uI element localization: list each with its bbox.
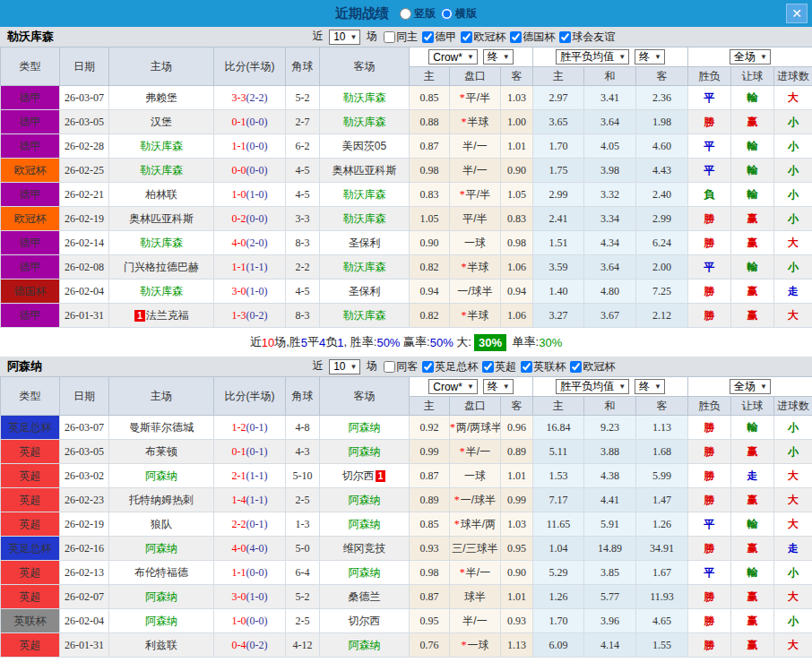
- result-goals: 大: [774, 231, 812, 255]
- checkbox-input[interactable]: [422, 361, 434, 373]
- team-link[interactable]: 布莱顿: [145, 445, 177, 458]
- team-link[interactable]: 勒沃库森: [343, 309, 386, 322]
- team-link[interactable]: 勒沃库森: [343, 188, 386, 201]
- halftime-score: (0-0): [246, 566, 268, 579]
- away-team: 阿森纳: [320, 512, 410, 537]
- summary-part: 4: [319, 336, 325, 349]
- team-link[interactable]: 阿森纳: [145, 469, 177, 482]
- team-link[interactable]: 曼斯菲尔德城: [129, 421, 194, 434]
- corners: 5-0: [286, 537, 320, 561]
- scope-select[interactable]: 全场▼: [730, 379, 771, 394]
- summary-part: 5: [301, 336, 307, 349]
- team-link[interactable]: 桑德兰: [349, 590, 381, 603]
- odds-provider-select[interactable]: Crow*▼: [428, 49, 478, 65]
- league-filter-checkbox[interactable]: 英足总杯: [422, 359, 478, 374]
- team-link[interactable]: 奥林匹亚科斯: [333, 164, 397, 176]
- checkbox-input[interactable]: [559, 31, 571, 43]
- close-button[interactable]: ✕: [786, 4, 808, 23]
- league-filter-checkbox[interactable]: 德国杯: [510, 30, 555, 45]
- away-team: 美因茨05: [320, 134, 410, 159]
- team-link[interactable]: 阿森纳: [349, 566, 381, 579]
- avg-type-select[interactable]: 胜平负均值▼: [556, 49, 629, 65]
- team-link[interactable]: 美因茨05: [342, 140, 386, 152]
- away-odds: 0.90: [501, 561, 533, 585]
- checkbox-input[interactable]: [384, 31, 395, 43]
- team-link[interactable]: 勒沃库森: [140, 140, 183, 152]
- team-link[interactable]: 阿森纳: [349, 518, 381, 530]
- league-filter-checkbox[interactable]: 球会友谊: [559, 30, 615, 45]
- home-odds: 0.76: [410, 633, 450, 658]
- radio-input[interactable]: [400, 8, 411, 20]
- odds-provider-select[interactable]: Crow*▼: [428, 379, 478, 394]
- league-filter-checkbox[interactable]: 英超: [482, 359, 516, 374]
- team-link[interactable]: 圣保利: [349, 285, 381, 297]
- checkbox-input[interactable]: [510, 31, 522, 43]
- recent-count-select[interactable]: 10▼: [329, 30, 360, 45]
- checkbox-input[interactable]: [384, 361, 395, 373]
- column-subheader: 让球: [731, 397, 774, 416]
- radio-input[interactable]: [441, 8, 453, 20]
- league-filter-checkbox[interactable]: 欧冠杯: [570, 359, 615, 374]
- column-header: 日期: [60, 47, 109, 86]
- league-filter-checkbox[interactable]: 欧冠杯: [461, 30, 505, 45]
- odds-stage-select[interactable]: 终▼: [483, 49, 514, 65]
- handicap-text: 平/半: [466, 91, 490, 104]
- result-outcome: 平: [688, 86, 731, 110]
- checkbox-input[interactable]: [570, 361, 582, 373]
- halftime-score: (0-1): [246, 518, 268, 530]
- team-link[interactable]: 布伦特福德: [134, 566, 188, 579]
- same-venue-checkbox[interactable]: 同客: [384, 359, 418, 374]
- avg-type-select[interactable]: 胜平负均值▼: [556, 379, 629, 394]
- team-link[interactable]: 勒沃库森: [343, 91, 386, 104]
- star-marker: *: [460, 445, 465, 458]
- team-link[interactable]: 法兰克福: [146, 309, 189, 322]
- layout-radio-horizontal[interactable]: 横版: [441, 6, 477, 22]
- checkbox-input[interactable]: [422, 31, 434, 43]
- team-link[interactable]: 柏林联: [145, 188, 177, 201]
- away-odds: 0.99: [501, 488, 533, 512]
- team-link[interactable]: 狼队: [151, 518, 172, 530]
- avg-draw: 3.64: [584, 255, 636, 280]
- checkbox-input[interactable]: [521, 361, 532, 373]
- team-link[interactable]: 奥林匹亚科斯: [129, 212, 194, 225]
- team-link[interactable]: 汉堡: [151, 116, 172, 128]
- team-link[interactable]: 切尔西: [349, 615, 381, 627]
- team-link[interactable]: 切尔西: [342, 469, 375, 482]
- result-outcome: 平: [688, 134, 731, 159]
- team-link[interactable]: 阿森纳: [349, 421, 381, 434]
- avg-stage-select[interactable]: 终▼: [635, 379, 665, 394]
- same-venue-checkbox[interactable]: 同主: [384, 30, 418, 45]
- team-link[interactable]: 勒沃库森: [343, 116, 386, 128]
- team-link[interactable]: 托特纳姆热刺: [129, 494, 194, 506]
- layout-radio-vertical[interactable]: 竖版: [400, 6, 436, 22]
- team-link[interactable]: 门兴格拉德巴赫: [124, 261, 199, 273]
- star-marker: *: [462, 639, 467, 651]
- team-link[interactable]: 阿森纳: [145, 542, 177, 555]
- header-select-group: Crow*▼终▼: [410, 377, 533, 397]
- team-link[interactable]: 阿森纳: [349, 639, 381, 651]
- team-link[interactable]: 阿森纳: [145, 590, 177, 603]
- recent-count-select[interactable]: 10▼: [329, 359, 360, 374]
- team-link[interactable]: 维冈竞技: [343, 542, 386, 555]
- league-filter-checkbox[interactable]: 英联杯: [521, 359, 566, 374]
- team-link[interactable]: 阿森纳: [145, 615, 177, 627]
- team-link[interactable]: 勒沃库森: [343, 261, 386, 273]
- score: 0-4(0-2): [214, 633, 286, 658]
- team-link[interactable]: 勒沃库森: [343, 212, 386, 225]
- team-link[interactable]: 圣保利: [349, 237, 381, 249]
- league-filter-checkbox[interactable]: 德甲: [422, 30, 456, 45]
- odds-stage-select[interactable]: 终▼: [483, 379, 514, 394]
- team-link[interactable]: 勒沃库森: [140, 237, 183, 249]
- team-link[interactable]: 阿森纳: [349, 494, 381, 506]
- checkbox-input[interactable]: [482, 361, 494, 373]
- corners: 6-4: [286, 561, 320, 585]
- team-link[interactable]: 勒沃库森: [140, 164, 183, 176]
- team-link[interactable]: 利兹联: [145, 639, 177, 651]
- scope-select[interactable]: 全场▼: [730, 49, 771, 65]
- avg-stage-select[interactable]: 终▼: [635, 49, 665, 65]
- checkbox-input[interactable]: [461, 31, 472, 43]
- team-link[interactable]: 弗赖堡: [145, 91, 177, 104]
- team-link[interactable]: 勒沃库森: [140, 285, 183, 297]
- avg-draw: 14.89: [584, 537, 636, 561]
- team-link[interactable]: 阿森纳: [349, 445, 381, 458]
